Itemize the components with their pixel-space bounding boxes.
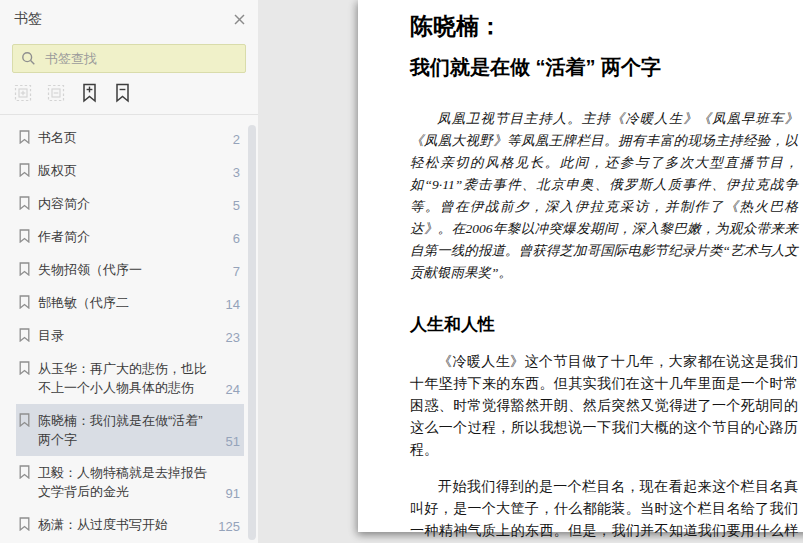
expand-all-button[interactable] bbox=[13, 83, 33, 105]
collapse-all-button[interactable] bbox=[46, 83, 66, 105]
bookmark-icon bbox=[19, 361, 30, 375]
search-input[interactable] bbox=[43, 50, 237, 67]
bookmark-item-label: 内容简介 bbox=[38, 194, 223, 213]
document-page: 陈晓楠： 我们就是在做 “活着” 两个字 凤凰卫视节目主持人。主持《冷暖人生》《… bbox=[358, 0, 803, 532]
bookmark-item[interactable]: 内容简介 5 bbox=[16, 187, 244, 220]
bookmark-icon bbox=[19, 328, 30, 342]
bookmark-item-page: 23 bbox=[226, 330, 240, 345]
section-heading: 人生和人性 bbox=[410, 313, 798, 336]
bookmark-item-label: 杨潇：从过度书写开始 bbox=[38, 515, 208, 534]
body-paragraph: 《冷暖人生》这个节目做了十几年，大家都在说这是我们十年坚持下来的东西。但其实我们… bbox=[410, 351, 798, 461]
remove-bookmark-icon bbox=[115, 83, 130, 106]
bookmark-icon bbox=[19, 262, 30, 276]
sidebar-scrollbar[interactable] bbox=[248, 0, 257, 543]
bookmark-item[interactable]: 作者简介 6 bbox=[16, 220, 244, 253]
document-viewport[interactable]: 陈晓楠： 我们就是在做 “活着” 两个字 凤凰卫视节目主持人。主持《冷暖人生》《… bbox=[258, 0, 803, 543]
remove-bookmark-button[interactable] bbox=[112, 83, 132, 105]
bookmarks-toolbar bbox=[0, 73, 258, 114]
bookmark-item[interactable]: 目录 23 bbox=[16, 319, 244, 352]
bookmark-list: 书名页 2 版权页 3 内容简介 5 作者简介 6 bbox=[0, 115, 258, 543]
bookmark-item[interactable]: 郜艳敏（代序二 14 bbox=[16, 286, 244, 319]
add-bookmark-button[interactable] bbox=[79, 83, 99, 105]
ebook-reader-window: 书签 bbox=[0, 0, 803, 543]
bookmark-icon bbox=[19, 517, 30, 531]
bookmark-item-label: 版权页 bbox=[38, 161, 223, 180]
bookmarks-panel-header: 书签 bbox=[0, 0, 258, 28]
author-bio-paragraph: 凤凰卫视节目主持人。主持《冷暖人生》《凤凰早班车》《凤凰大视野》等凤凰王牌栏目。… bbox=[410, 108, 798, 284]
bookmark-item-label: 目录 bbox=[38, 326, 216, 345]
bookmark-item-page: 3 bbox=[233, 165, 240, 180]
bookmark-item-label: 作者简介 bbox=[38, 227, 223, 246]
collapse-all-icon bbox=[47, 84, 65, 105]
bookmark-item-label: 陈晓楠：我们就是在做“活着”两个字 bbox=[38, 411, 216, 449]
bookmark-item[interactable]: 从玉华：再广大的悲伤，也比不上一个小人物具体的悲伤 24 bbox=[16, 352, 244, 404]
close-panel-button[interactable] bbox=[231, 11, 248, 28]
body-paragraph: 开始我们得到的是一个栏目名，现在看起来这个栏目名真叫好，是一个大筐子，什么都能装… bbox=[410, 476, 798, 543]
bookmark-icon bbox=[19, 229, 30, 243]
bookmark-item[interactable]: 杨潇：从过度书写开始 125 bbox=[16, 508, 244, 541]
chapter-title: 我们就是在做 “活着” 两个字 bbox=[410, 54, 798, 81]
bookmark-item[interactable]: 陈晓楠：我们就是在做“活着”两个字 51 bbox=[16, 404, 244, 456]
sidebar-scrollbar-thumb[interactable] bbox=[248, 125, 256, 540]
bookmark-item-page: 6 bbox=[233, 231, 240, 246]
bookmark-item[interactable]: 版权页 3 bbox=[16, 154, 244, 187]
bookmark-item-page: 7 bbox=[233, 264, 240, 279]
bookmark-search-box[interactable] bbox=[12, 44, 246, 73]
bookmark-icon bbox=[19, 465, 30, 479]
bookmark-item-page: 91 bbox=[226, 486, 240, 501]
expand-all-icon bbox=[14, 84, 32, 105]
bookmark-icon bbox=[19, 413, 30, 427]
bookmark-item-page: 125 bbox=[218, 519, 240, 534]
page-text-column: 陈晓楠： 我们就是在做 “活着” 两个字 凤凰卫视节目主持人。主持《冷暖人生》《… bbox=[410, 11, 798, 543]
bookmark-item-label: 从玉华：再广大的悲伤，也比不上一个小人物具体的悲伤 bbox=[38, 359, 216, 397]
close-icon bbox=[233, 14, 246, 29]
bookmark-item-page: 14 bbox=[226, 297, 240, 312]
bookmark-item-page: 51 bbox=[226, 434, 240, 449]
panel-title: 书签 bbox=[14, 10, 42, 28]
bookmark-item-label: 书名页 bbox=[38, 128, 223, 147]
chapter-author-name: 陈晓楠： bbox=[410, 11, 798, 42]
bookmark-icon bbox=[19, 196, 30, 210]
bookmark-item-label: 郜艳敏（代序二 bbox=[38, 293, 216, 312]
add-bookmark-icon bbox=[82, 83, 97, 106]
bookmark-icon bbox=[19, 295, 30, 309]
bookmark-icon bbox=[19, 130, 30, 144]
bookmark-icon bbox=[19, 163, 30, 177]
bookmark-item[interactable]: 失物招领（代序一 7 bbox=[16, 253, 244, 286]
bookmark-item[interactable]: 卫毅：人物特稿就是去掉报告文学背后的金光 91 bbox=[16, 456, 244, 508]
bookmark-item-page: 24 bbox=[226, 382, 240, 397]
bookmark-item-page: 2 bbox=[233, 132, 240, 147]
bookmarks-panel: 书签 bbox=[0, 0, 258, 543]
bookmark-item[interactable]: 书名页 2 bbox=[16, 121, 244, 154]
bookmark-item-label: 失物招领（代序一 bbox=[38, 260, 223, 279]
search-icon bbox=[21, 51, 36, 66]
bookmark-item-label: 卫毅：人物特稿就是去掉报告文学背后的金光 bbox=[38, 463, 216, 501]
bookmark-item-page: 5 bbox=[233, 198, 240, 213]
